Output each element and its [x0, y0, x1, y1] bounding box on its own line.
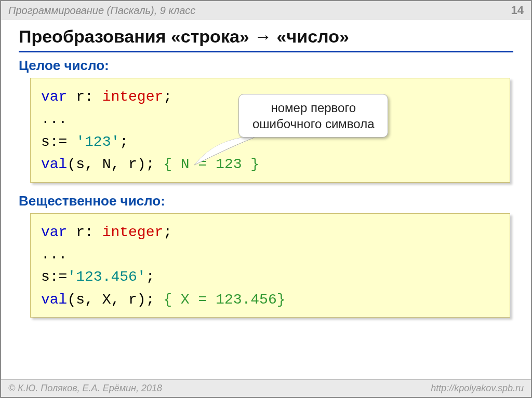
- slide-title: Преобразования «строка» → «число»: [19, 26, 513, 52]
- func-val: val: [41, 292, 67, 308]
- code-text: s:=: [41, 134, 76, 150]
- code-line: s:='123.456';: [41, 266, 499, 288]
- code-block-integer: var r: integer; ... s:= '123'; val(s, N,…: [30, 78, 510, 183]
- code-text: r:: [67, 224, 102, 240]
- callout-box: номер первого ошибочного символа: [238, 94, 388, 138]
- footer-authors: © К.Ю. Поляков, Е.А. Ерёмин, 2018: [8, 383, 162, 394]
- string-literal: '123': [76, 134, 119, 150]
- type-integer: integer: [102, 89, 164, 105]
- code-line: var r: integer;: [41, 221, 499, 243]
- section1-heading: Целое число:: [19, 58, 513, 74]
- code-text: r:: [67, 89, 102, 105]
- code-text: ;: [163, 224, 172, 240]
- footer-bar: © К.Ю. Поляков, Е.А. Ерёмин, 2018 http:/…: [1, 379, 531, 397]
- keyword-var: var: [41, 224, 67, 240]
- code-text: ;: [119, 134, 128, 150]
- slide-content: Преобразования «строка» → «число» Целое …: [1, 20, 531, 318]
- code-line: val(s, X, r); { X = 123.456}: [41, 289, 499, 311]
- code-text: (s, N, r);: [67, 156, 163, 172]
- footer-url: http://kpolyakov.spb.ru: [431, 383, 524, 394]
- callout-line1: номер первого: [252, 100, 374, 116]
- section2-heading: Вещественное число:: [19, 193, 513, 209]
- code-text: ;: [163, 89, 172, 105]
- course-label: Программирование (Паскаль), 9 класс: [8, 5, 195, 17]
- callout-line2: ошибочного символа: [252, 116, 374, 132]
- func-val: val: [41, 156, 67, 172]
- header-bar: Программирование (Паскаль), 9 класс 14: [1, 1, 531, 20]
- code-text: (s, X, r);: [67, 292, 163, 308]
- page-number: 14: [511, 4, 524, 17]
- code-text: ;: [146, 269, 155, 285]
- keyword-var: var: [41, 89, 67, 105]
- string-literal: '123.456': [67, 269, 145, 285]
- code-line: val(s, N, r); { N = 123 }: [41, 153, 499, 175]
- code-line: ...: [41, 243, 499, 266]
- code-block-real: var r: integer; ... s:='123.456'; val(s,…: [30, 213, 510, 318]
- comment: { X = 123.456}: [163, 292, 285, 308]
- code-text: s:=: [41, 269, 67, 285]
- type-integer: integer: [102, 224, 164, 240]
